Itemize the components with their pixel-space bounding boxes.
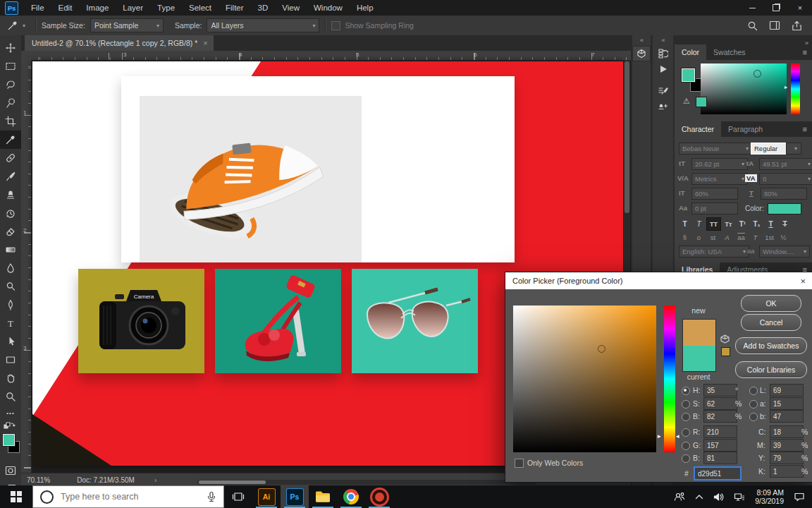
eraser-tool[interactable] (0, 222, 21, 241)
a-radio[interactable] (749, 400, 758, 409)
b2-radio[interactable] (682, 454, 690, 463)
b2-value-field[interactable]: 81 (703, 452, 737, 464)
lasso-tool[interactable] (0, 75, 21, 94)
vertical-ruler[interactable]: 1 2 3 (21, 60, 32, 473)
menu-image[interactable]: Image (79, 0, 116, 16)
s-value-field[interactable]: 62 (703, 397, 737, 410)
y-value-field[interactable]: 79 (770, 452, 804, 464)
people-icon[interactable] (674, 492, 685, 502)
horizontal-scrollbar[interactable] (197, 480, 536, 485)
clone-stamp-tool[interactable] (0, 186, 21, 204)
color-libraries-button[interactable]: Color Libraries (735, 361, 807, 378)
menu-window[interactable]: Window (307, 0, 350, 16)
hand-tool[interactable] (0, 369, 21, 387)
history-panel-icon[interactable] (655, 46, 672, 60)
ruler-corner[interactable] (21, 51, 32, 61)
font-style-dropdown[interactable]: ▾ (786, 143, 801, 155)
taskbar-clock[interactable]: 8:09 AM 9/3/2019 (755, 488, 784, 505)
blur-tool[interactable] (0, 259, 21, 277)
menu-select[interactable]: Select (182, 0, 219, 16)
edit-toolbar-ellipsis[interactable]: ••• (0, 406, 21, 420)
gamut-swatch[interactable] (696, 97, 707, 107)
add-to-swatches-button[interactable]: Add to Swatches (735, 337, 807, 354)
taskbar-search-box[interactable] (32, 485, 224, 508)
color-field-marker[interactable] (753, 70, 761, 78)
share-icon[interactable] (792, 20, 802, 31)
search-input[interactable] (59, 491, 207, 502)
dialog-close-icon[interactable]: × (800, 276, 806, 286)
gamut-warning-icon[interactable]: ⚠ (683, 97, 690, 106)
taskbar-photoshop[interactable]: Ps (281, 485, 309, 508)
taskbar-file-explorer[interactable] (309, 485, 337, 508)
rectangle-tool[interactable] (0, 351, 21, 369)
zoom-level[interactable]: 70.11% (27, 476, 50, 484)
vertical-scrollbar-thumb[interactable] (625, 61, 629, 213)
language-dropdown[interactable]: English: USA▾ (679, 246, 749, 258)
panel-menu-icon[interactable]: ≡ (798, 44, 812, 60)
tab-swatches[interactable]: Swatches (706, 44, 753, 60)
horizontal-scale-field[interactable]: 80% (761, 188, 807, 200)
tracking-dropdown[interactable]: 0▾ (759, 173, 812, 185)
swash-button[interactable]: T (749, 231, 762, 243)
all-caps-button[interactable]: TT (706, 217, 721, 231)
menu-3d[interactable]: 3D (251, 0, 276, 16)
b-value-field[interactable]: 82 (703, 410, 737, 423)
brush-settings-panel-icon[interactable] (655, 84, 672, 98)
g-value-field[interactable]: 157 (703, 439, 737, 452)
foreground-color-swatch[interactable] (682, 68, 695, 82)
strikethrough-button[interactable]: T (778, 218, 792, 230)
bb-radio[interactable] (749, 413, 758, 421)
rectangular-marquee-tool[interactable] (0, 57, 21, 75)
bb-value-field[interactable]: 47 (770, 410, 804, 423)
r-radio[interactable] (682, 428, 690, 437)
tab-color[interactable]: Color (675, 44, 706, 60)
menu-edit[interactable]: Edit (51, 0, 80, 16)
h-value-field[interactable]: 35 (703, 384, 737, 397)
hex-value-field[interactable]: d29d51 (694, 466, 742, 480)
saturation-brightness-field[interactable] (513, 306, 656, 452)
restore-button[interactable] (764, 0, 788, 16)
hue-arrow-right-icon[interactable]: ◂ (676, 433, 679, 440)
faux-italic-button[interactable]: T (692, 218, 706, 230)
l-radio[interactable] (749, 387, 758, 395)
font-style-field[interactable]: Regular (751, 143, 789, 155)
action-center-icon[interactable] (794, 492, 805, 502)
hue-strip[interactable] (664, 306, 675, 452)
chevron-up-icon[interactable] (695, 494, 703, 500)
taskbar-chrome[interactable] (337, 485, 365, 508)
menu-view[interactable]: View (275, 0, 307, 16)
gradient-tool[interactable] (0, 241, 21, 259)
eyedropper-tool[interactable] (0, 131, 21, 149)
menu-filter[interactable]: Filter (219, 0, 251, 16)
default-swap-colors-icons[interactable] (4, 422, 18, 430)
foreground-background-colors[interactable] (3, 434, 21, 455)
hue-slider[interactable] (791, 64, 800, 114)
menu-type[interactable]: Type (150, 0, 182, 16)
small-caps-button[interactable]: Tᴛ (722, 218, 735, 230)
pen-tool[interactable] (0, 296, 21, 314)
panel-menu-icon[interactable]: ≡ (798, 121, 812, 137)
fractions-button[interactable]: ½ (777, 231, 790, 243)
expand-panels-icon[interactable]: « (653, 35, 673, 44)
taskbar-screen-recorder[interactable] (365, 485, 393, 508)
move-tool[interactable] (0, 39, 21, 57)
path-selection-tool[interactable] (0, 332, 21, 351)
clone-source-panel-icon[interactable] (655, 100, 672, 114)
status-arrow-icon[interactable]: › (154, 476, 156, 484)
g-radio[interactable] (682, 442, 690, 450)
minimize-button[interactable] (740, 0, 764, 16)
h-radio[interactable] (682, 387, 690, 395)
titling-alternates-button[interactable]: aa (734, 231, 748, 243)
ok-button[interactable]: OK (741, 295, 801, 312)
microphone-icon[interactable] (207, 491, 216, 502)
tab-close-icon[interactable]: × (203, 39, 207, 47)
only-web-colors-checkbox[interactable] (515, 459, 524, 468)
hue-slider-arrow-icon[interactable]: ▸ (785, 84, 787, 90)
tab-character[interactable]: Character (675, 121, 721, 137)
picker-marker[interactable] (598, 345, 605, 353)
superscript-button[interactable]: T¹ (736, 218, 749, 230)
b-radio[interactable] (682, 413, 690, 421)
foreground-color-swatch[interactable] (3, 434, 15, 446)
current-color-swatch[interactable] (683, 346, 715, 372)
leading-dropdown[interactable]: 49.51 pt▾ (759, 158, 812, 170)
